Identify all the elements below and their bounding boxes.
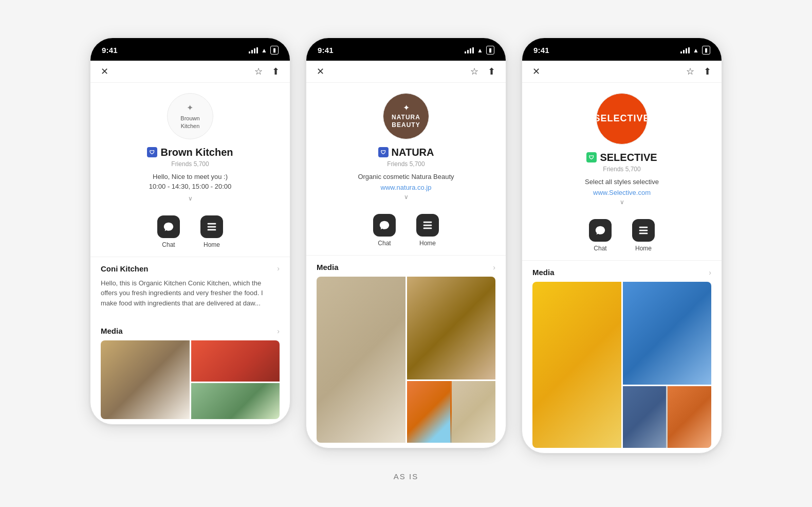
- wifi-icon: ▲: [261, 47, 267, 54]
- profile-section-1: ✦ Brouwn Kitchen 🛡 Brown Kitchen Friends…: [90, 83, 290, 207]
- media-arrow-2: ›: [493, 263, 495, 271]
- battery-icon: ▮: [270, 46, 279, 55]
- home-label-2: Home: [419, 240, 436, 247]
- close-button-3[interactable]: ✕: [532, 67, 540, 76]
- verified-icon-2: 🛡: [378, 147, 389, 157]
- nav-actions-1: ☆ ⬆: [254, 66, 280, 77]
- media-arrow-1: ›: [277, 327, 280, 335]
- chat-label-1: Chat: [162, 241, 175, 248]
- bookmark-icon-2[interactable]: ☆: [470, 66, 478, 77]
- share-icon-3[interactable]: ⬆: [704, 66, 711, 77]
- media-cell-serum: [317, 277, 405, 443]
- media-grid-3: [532, 282, 711, 448]
- home-icon-1: [200, 215, 223, 238]
- home-label-1: Home: [204, 241, 220, 248]
- profile-desc-1: Hello, Nice to meet you :) 10:00 - 14:30…: [149, 172, 231, 192]
- friends-count-3: Friends 5,700: [603, 166, 640, 173]
- svg-rect-1: [208, 226, 216, 227]
- bookmark-icon-3[interactable]: ☆: [686, 66, 694, 77]
- status-time-1: 9:41: [102, 46, 118, 55]
- media-cell-person-inner: [407, 381, 451, 443]
- profile-link-2[interactable]: www.natura.co.jp: [381, 184, 432, 191]
- phone-2: 9:41 ▲ ▮ ✕ ☆ ⬆ ✦: [306, 38, 506, 449]
- media-section-2: Media ›: [306, 256, 506, 448]
- coni-section: Coni Kitchen › Hello, this is Organic Ki…: [90, 257, 290, 320]
- svg-rect-3: [423, 222, 432, 223]
- chat-icon-2: [373, 214, 396, 237]
- action-buttons-1: Chat Home: [90, 207, 290, 257]
- share-icon-1[interactable]: ⬆: [272, 66, 280, 77]
- phone-1: 9:41 ▲ ▮ ✕ ☆ ⬆ ✦: [90, 38, 290, 425]
- signal-bars-3: [680, 47, 690, 53]
- media-title-3: Media: [532, 268, 555, 277]
- share-icon-2[interactable]: ⬆: [488, 66, 495, 77]
- svg-rect-8: [639, 233, 648, 234]
- signal-bar: [688, 47, 690, 53]
- status-time-2: 9:41: [318, 46, 334, 55]
- svg-rect-4: [423, 225, 432, 226]
- verified-icon-1: 🛡: [147, 147, 157, 157]
- wifi-icon-3: ▲: [693, 47, 699, 54]
- status-bar-3: 9:41 ▲ ▮: [522, 38, 722, 61]
- signal-bar: [467, 50, 469, 53]
- signal-bar: [470, 48, 471, 53]
- media-cell-hat: [668, 386, 711, 448]
- wifi-icon-2: ▲: [477, 47, 483, 54]
- as-is-label: AS IS: [394, 472, 418, 481]
- home-icon-3: [632, 219, 655, 242]
- coni-title: Coni Kitchen: [101, 264, 149, 273]
- home-label-3: Home: [635, 245, 652, 252]
- signal-bar: [472, 47, 474, 53]
- signal-bar: [256, 47, 258, 53]
- bookmark-icon-1[interactable]: ☆: [254, 66, 263, 77]
- logo-text-3: SELECTIVE: [596, 113, 648, 124]
- svg-rect-5: [423, 228, 432, 229]
- nav-bar-1: ✕ ☆ ⬆: [90, 61, 290, 83]
- home-button-2[interactable]: Home: [416, 214, 439, 247]
- close-button-1[interactable]: ✕: [101, 67, 108, 76]
- home-button-1[interactable]: Home: [200, 215, 223, 248]
- signal-bar: [251, 50, 253, 53]
- chat-button-3[interactable]: Chat: [589, 219, 612, 252]
- friends-count-1: Friends 5,700: [171, 160, 209, 168]
- signal-bar: [680, 51, 682, 53]
- media-section-3: Media ›: [522, 261, 722, 453]
- media-title-1: Media: [101, 327, 123, 335]
- status-icons-2: ▲ ▮: [465, 46, 494, 55]
- profile-desc-3: Select all styles selective: [585, 177, 659, 187]
- nav-bar-3: ✕ ☆ ⬆: [522, 61, 722, 83]
- brand-name-3: 🛡 SELECTIVE: [586, 152, 657, 164]
- profile-link-3[interactable]: www.Selective.com: [593, 189, 651, 196]
- action-buttons-2: Chat Home: [306, 206, 506, 256]
- svg-rect-0: [208, 223, 216, 224]
- home-button-3[interactable]: Home: [632, 219, 655, 252]
- close-button-2[interactable]: ✕: [317, 67, 324, 76]
- media-arrow-3: ›: [709, 268, 711, 277]
- media-cell-denim: [623, 386, 667, 448]
- signal-bar: [465, 51, 466, 53]
- brand-logo-1: ✦ Brouwn Kitchen: [167, 93, 213, 139]
- media-cell-sand: [452, 381, 495, 443]
- status-bar-2: 9:41 ▲ ▮: [306, 38, 506, 61]
- media-header-1: Media ›: [101, 327, 280, 335]
- svg-rect-2: [208, 229, 216, 230]
- coni-arrow: ›: [277, 264, 280, 273]
- battery-icon-2: ▮: [486, 46, 494, 55]
- expand-arrow-1[interactable]: ∨: [188, 195, 193, 202]
- chat-button-1[interactable]: Chat: [157, 215, 180, 248]
- status-icons-3: ▲ ▮: [680, 46, 710, 55]
- signal-bars-2: [465, 47, 474, 53]
- chat-button-2[interactable]: Chat: [373, 214, 396, 247]
- status-icons-1: ▲ ▮: [249, 46, 279, 55]
- logo-text-2: ✦ NATURA BEAUTY: [392, 103, 420, 130]
- media-cell-yellow: [532, 282, 621, 448]
- signal-bar: [249, 51, 250, 53]
- media-cell-nuts: [407, 277, 496, 379]
- expand-arrow-2[interactable]: ∨: [404, 193, 409, 201]
- nav-actions-2: ☆ ⬆: [470, 66, 495, 77]
- phones-container: 9:41 ▲ ▮ ✕ ☆ ⬆ ✦: [90, 22, 722, 464]
- brand-name-2: 🛡 NATURA: [378, 147, 434, 158]
- media-cell-food1: [101, 340, 190, 419]
- expand-arrow-3[interactable]: ∨: [620, 198, 624, 206]
- chat-icon-3: [589, 219, 612, 242]
